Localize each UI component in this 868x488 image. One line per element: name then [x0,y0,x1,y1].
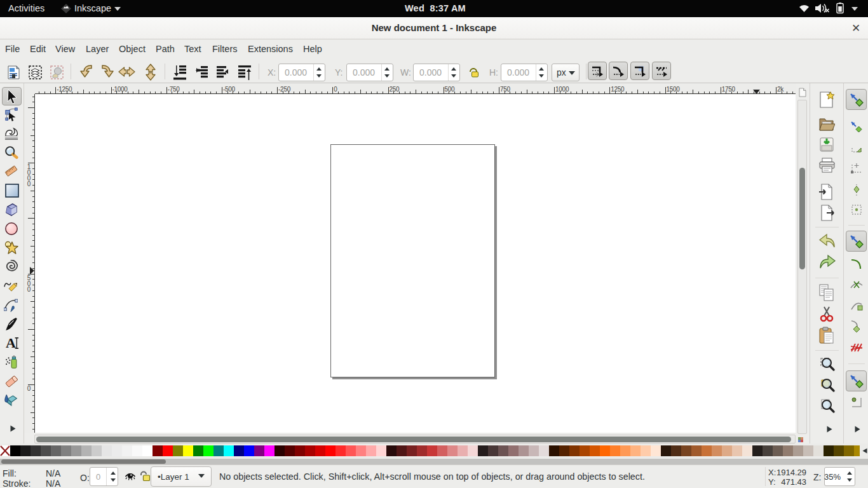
svg-text:A: A [6,336,16,350]
